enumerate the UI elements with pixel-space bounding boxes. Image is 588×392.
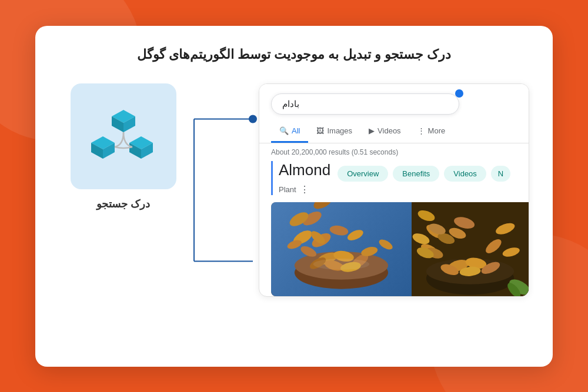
chip-overview[interactable]: Overview: [338, 166, 388, 182]
svg-point-23: [309, 229, 327, 246]
almond-image-1: [271, 202, 412, 296]
svg-point-26: [286, 238, 303, 250]
search-input[interactable]: بادام: [271, 93, 459, 115]
kp-category: Plant: [279, 185, 296, 194]
result-count: About 20,200,000 results (0.51 seconds): [259, 143, 529, 161]
svg-point-25: [329, 224, 349, 236]
tab-videos[interactable]: ▶ Videos: [360, 120, 409, 143]
videos-icon: ▶: [369, 126, 375, 135]
tab-more[interactable]: ⋮ More: [409, 120, 454, 143]
svg-point-24: [346, 227, 365, 242]
connector-lines: [188, 83, 259, 297]
svg-point-10: [249, 115, 257, 123]
kp-subtitle: Plant ⋮: [279, 184, 517, 195]
chip-videos[interactable]: Videos: [444, 166, 486, 182]
chip-n[interactable]: N: [491, 166, 510, 182]
tab-more-label: More: [428, 126, 446, 135]
search-icon: 🔍: [279, 126, 289, 135]
almond-image-2: [412, 202, 529, 296]
search-bar-row: بادام: [271, 93, 517, 115]
google-tabs: 🔍 All 🖼 Images ▶ Videos ⋮ More: [259, 120, 529, 143]
connector-dot: [455, 89, 463, 98]
tab-all[interactable]: 🔍 All: [271, 120, 308, 143]
tab-videos-label: Videos: [377, 126, 401, 135]
google-mockup: بادام 🔍 All 🖼 Images ▶ Vi: [259, 83, 529, 297]
main-card: درک جستجو و تبدیل به موجودیت توسط الگوری…: [35, 26, 553, 367]
svg-point-28: [313, 258, 370, 269]
more-icon: ⋮: [417, 126, 425, 135]
almonds-bowl: [271, 202, 412, 296]
icon-label: درک جستجو: [96, 197, 150, 210]
knowledge-panel: Almond Overview Benefits Videos N Plant …: [271, 161, 517, 195]
icon-box: [71, 83, 176, 189]
google-search-area: بادام: [259, 84, 529, 115]
cubes-icon: [91, 110, 156, 163]
images-icon: 🖼: [316, 126, 324, 135]
content-row: درک جستجو بادام: [59, 83, 529, 297]
kp-chips: Overview Benefits Videos N: [338, 166, 510, 182]
images-strip: [271, 202, 529, 296]
tab-images[interactable]: 🖼 Images: [308, 120, 360, 143]
search-value: بادام: [282, 99, 299, 109]
svg-point-27: [377, 237, 394, 252]
chip-benefits[interactable]: Benefits: [393, 166, 439, 182]
tab-images-label: Images: [327, 126, 352, 135]
kp-more-icon[interactable]: ⋮: [300, 184, 309, 195]
kp-title: Almond: [279, 161, 330, 179]
card-title: درک جستجو و تبدیل به موجودیت توسط الگوری…: [59, 47, 529, 62]
left-panel: درک جستجو: [59, 83, 188, 210]
search-input-wrapper: بادام: [271, 93, 459, 115]
tab-all-label: All: [292, 126, 300, 135]
